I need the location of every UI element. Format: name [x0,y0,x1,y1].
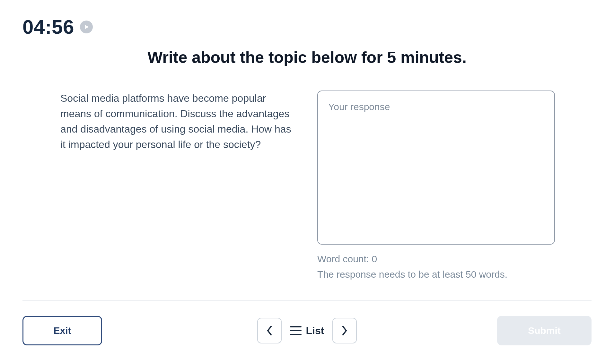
list-icon [290,326,302,335]
exit-button[interactable]: Exit [22,316,102,345]
list-button[interactable]: List [290,325,324,337]
exit-button-label: Exit [53,325,71,336]
svg-marker-0 [85,25,89,29]
response-input[interactable] [317,91,555,245]
play-icon[interactable] [80,21,93,33]
word-count: Word count: 0 [317,254,555,264]
submit-button[interactable]: Submit [497,316,592,345]
chevron-left-icon [266,325,273,336]
timer: 04:56 [22,15,93,38]
chevron-right-icon [341,325,348,336]
word-requirement: The response needs to be at least 50 wor… [317,269,555,280]
list-label: List [306,325,324,337]
page-title: Write about the topic below for 5 minute… [0,48,614,67]
submit-button-label: Submit [528,325,561,336]
timer-value: 04:56 [22,15,74,38]
response-meta: Word count: 0 The response needs to be a… [317,254,555,280]
prev-button[interactable] [257,318,282,343]
essay-prompt: Social media platforms have become popul… [60,91,298,280]
question-nav: List [257,318,357,343]
next-button[interactable] [332,318,357,343]
content: Social media platforms have become popul… [60,91,555,280]
response-column: Word count: 0 The response needs to be a… [317,91,555,280]
footer-bar: Exit List Submit [22,316,592,345]
divider [22,300,592,301]
